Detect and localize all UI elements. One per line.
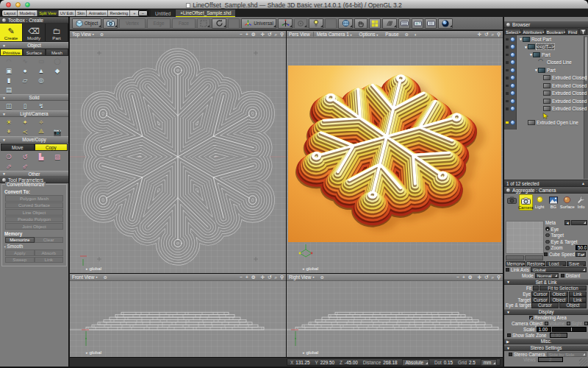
apply-button[interactable]: Apply [5,250,35,256]
viewport-pers[interactable]: Pers View Meta Camera 1 ▾ Options ▾ Paus… [287,31,503,273]
move-copy-tool-icon[interactable]: ▨ [49,152,65,161]
tree-row-label[interactable]: Part [547,68,556,73]
view-name[interactable]: Right View [289,275,311,280]
tree-row[interactable]: ▼Part [504,51,588,59]
zoom-out-button[interactable]: − [456,275,459,280]
numpad-button[interactable] [425,18,437,29]
set-link-section[interactable]: ▼Set & Link [504,279,588,285]
visibility-ball[interactable] [510,68,515,73]
collapse-arrow-icon[interactable]: ▲ [581,181,585,185]
render-flag[interactable] [506,38,509,41]
gear-icon[interactable]: ⚙ [100,32,104,37]
aggregate-tab-light[interactable]: Light [533,194,547,209]
object-tab-mesh[interactable]: Mesh [46,49,68,56]
primitive-tool-icon[interactable]: ◯ [49,56,65,66]
tree-row[interactable]: Extruded Closed [504,74,588,82]
window-resize-grip[interactable] [579,358,587,367]
tree-row-label[interactable]: Extruded Closed [552,106,587,111]
eye-target-object-button[interactable]: Object [559,302,587,308]
zoom-in-button[interactable]: + [245,32,248,37]
rendering-area-checkbox[interactable] [529,316,533,319]
light-camera-tool-icon[interactable]: ⟁ [33,127,49,136]
primitive-tool-icon[interactable]: ● [17,66,33,75]
viewport-front[interactable]: Front View▾ ⚙ − + ⚙ ✛ ↺ ⌕ ⚲ global [70,274,286,357]
tree-row[interactable]: Extruded Closed [504,97,588,105]
light-button[interactable] [309,18,323,29]
world-button[interactable] [338,18,353,29]
magnify-icon[interactable]: ⚲ [280,32,284,38]
browser-find-button[interactable]: Find [567,29,578,35]
visibility-ball[interactable] [510,37,515,42]
camera-selector[interactable]: Meta Camera 1 ▾ [313,32,352,37]
light-camera-tool-icon[interactable]: 📷 [49,127,65,136]
convert-curved-surface-button[interactable]: Curved Surface [5,202,63,209]
universal-button[interactable]: Universal [241,18,276,29]
view-gear-icon[interactable]: ⚙ [251,275,256,280]
unit-dropdown[interactable]: mm [481,359,498,366]
slot1-button[interactable] [228,18,240,29]
primitive-tool-icon[interactable]: ◎ [33,75,49,85]
primitive-tool-icon[interactable]: ◆ [49,66,65,75]
move-copy-tool-icon[interactable]: ⬃ [17,161,33,171]
section-solid[interactable]: ▼Solid [0,94,68,101]
global-axis-label[interactable]: global [303,266,318,271]
options-menu[interactable]: Options ▾ [359,32,379,37]
eye-target-cursor-button[interactable]: Cursor [531,302,559,308]
camera-button[interactable] [103,18,118,29]
visibility-ball[interactable] [510,120,515,125]
view-name[interactable]: Front View [72,275,94,280]
light-camera-tool-icon[interactable]: ☀ [1,117,17,127]
zoom-in-button[interactable]: + [245,275,248,280]
viewport-right[interactable]: Right View▾ ⚙ − + ⚙ ✛ ↺ ⌕ ⚲ global [287,274,503,357]
coordinate-mode-dropdown[interactable]: Absolute [402,359,429,366]
render-flag[interactable] [506,69,509,72]
viewport-top-canvas[interactable] [70,38,286,273]
primitive-tool-icon[interactable]: ▤ [1,85,17,94]
orbit-icon[interactable]: ↺ [268,32,271,38]
tree-row[interactable]: Extruded Closed [504,90,588,98]
face-button[interactable]: Face [172,18,196,29]
fit-button[interactable] [533,286,539,291]
eye-cursor-button[interactable]: Cursor [531,291,549,297]
global-axis-label[interactable]: global [86,350,101,355]
visibility-ball[interactable] [510,106,515,111]
section-object[interactable]: ▼Object [0,42,68,49]
global-axis-label[interactable]: global [86,266,101,271]
zoom-icon[interactable]: ⌕ [492,275,495,280]
section-other[interactable]: ▼Other [0,171,68,177]
render-flag[interactable] [506,100,509,103]
render-flag[interactable] [506,92,509,95]
magnify-icon[interactable]: ⚲ [497,275,501,280]
pan-icon[interactable]: ✛ [261,275,265,280]
aggregate-tab-surface[interactable]: Surface [560,194,574,209]
tree-row[interactable]: Closed Line [504,59,588,67]
marquee-button[interactable] [197,18,210,29]
light-camera-tool-icon[interactable]: ✦ [17,117,33,127]
tree-row[interactable]: ▼Part [504,66,588,74]
slot2-button[interactable] [325,18,337,29]
section-move-copy[interactable]: ▼Move/Copy [0,136,68,143]
primitive-tool-icon[interactable]: ▣ [1,66,17,75]
eye-link-button[interactable]: Link [569,291,587,297]
misc-section[interactable]: ▶Misc. [504,339,588,344]
target-object-button[interactable]: Object [550,297,567,302]
view-gear-icon[interactable]: ⚙ [468,275,473,280]
workspace-tab-rendering[interactable]: Rendering [108,10,130,16]
display-section[interactable]: ▼Display [504,309,588,315]
move-copy-tool-icon[interactable]: ❍ [1,152,17,161]
manipulator-button[interactable] [278,18,293,29]
toolbox-mode-part[interactable]: 🗀Part [46,24,68,41]
render-flag[interactable] [506,61,509,64]
render-flag[interactable] [506,107,509,110]
zoom-out-button[interactable]: − [240,275,243,280]
link-axis-dropdown[interactable]: Global [531,267,587,272]
mode-dropdown[interactable]: Normal [535,273,559,278]
pause-button[interactable]: Pause [385,32,398,37]
visibility-ball[interactable] [510,52,515,57]
light-camera-tool-icon[interactable]: ⚹ [1,127,17,136]
view-name[interactable]: Pers View [289,32,310,37]
move-copy-tool-icon[interactable]: ⬀ [1,161,17,171]
visibility-ball[interactable] [510,60,515,65]
rotate-button[interactable] [212,18,226,29]
convert-polygon-mesh-button[interactable]: Polygon Mesh [5,195,63,202]
